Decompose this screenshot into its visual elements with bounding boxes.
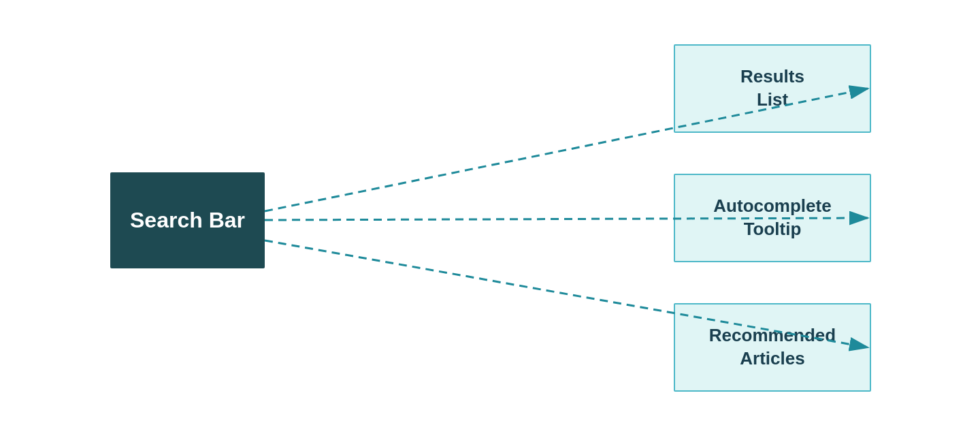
recommended-articles-box: RecommendedArticles	[674, 303, 871, 392]
results-list-box: ResultsList	[674, 44, 871, 133]
diagram-container: Search Bar ResultsList AutocompleteToolt…	[0, 0, 980, 438]
autocomplete-tooltip-label: AutocompleteTooltip	[713, 195, 831, 241]
search-bar-label: Search Bar	[130, 207, 245, 233]
search-bar-box: Search Bar	[110, 172, 265, 268]
recommended-articles-label: RecommendedArticles	[709, 324, 836, 371]
autocomplete-tooltip-box: AutocompleteTooltip	[674, 174, 871, 262]
results-list-label: ResultsList	[740, 65, 804, 112]
